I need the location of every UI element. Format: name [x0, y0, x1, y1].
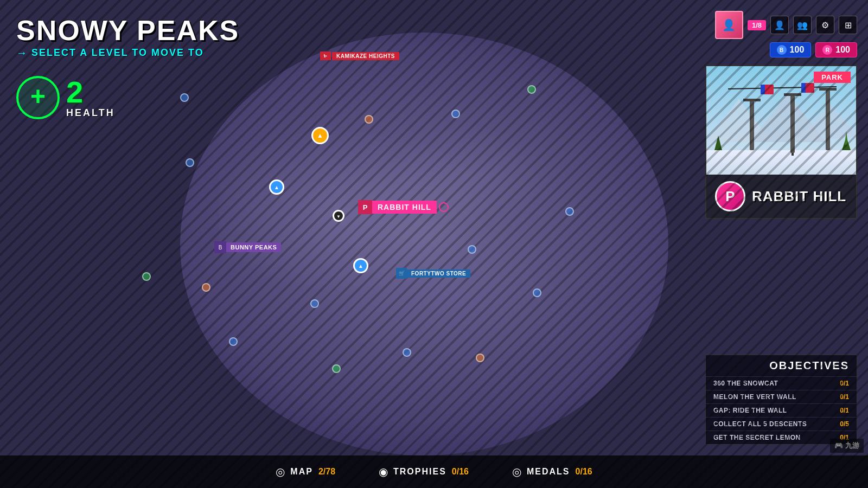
map-icon: ◎: [276, 465, 285, 478]
bottom-bar: ◎ MAP 2/78 ◉ TROPHIES 0/16 ◎ MEDALS 0/16: [0, 455, 868, 488]
map-label: MAP: [290, 467, 313, 477]
bottom-medals[interactable]: ◎ MEDALS 0/16: [512, 465, 592, 478]
watermark-text: 🎮 九游: [834, 441, 859, 450]
medals-label: MEDALS: [527, 467, 570, 477]
trophy-icon: ◉: [379, 465, 388, 478]
trophies-label: TROPHIES: [393, 467, 446, 477]
medal-icon: ◎: [512, 465, 521, 478]
map-terrain: [180, 33, 668, 455]
bottom-trophies[interactable]: ◉ TROPHIES 0/16: [379, 465, 469, 478]
watermark: 🎮 九游: [830, 439, 864, 453]
card-type-badge: PARK: [814, 72, 851, 83]
map-background: [0, 0, 868, 488]
bottom-map[interactable]: ◎ MAP 2/78: [276, 465, 335, 478]
medals-count: 0/16: [576, 467, 592, 477]
trophies-count: 0/16: [452, 467, 469, 477]
map-count: 2/78: [318, 467, 335, 477]
